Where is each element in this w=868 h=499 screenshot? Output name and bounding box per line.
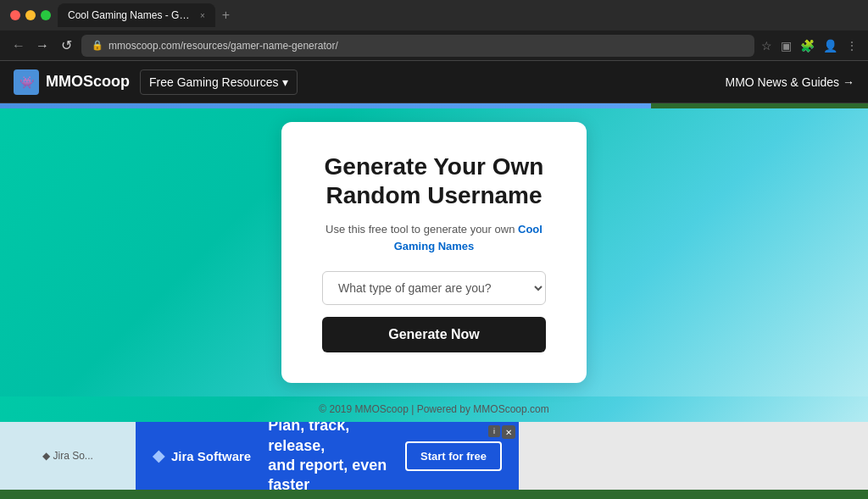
ad-cta-button[interactable]: Start for free: [405, 441, 502, 471]
ad-main-section: ◆ Jira Software Plan, track, release, an…: [136, 422, 519, 490]
nav-buttons: ← → ↺: [10, 37, 75, 53]
url-bar[interactable]: 🔒 mmoscoop.com/resources/gamer-name-gene…: [81, 35, 754, 57]
close-tab-button[interactable]: ×: [200, 11, 205, 20]
forward-button[interactable]: →: [34, 38, 51, 53]
chevron-down-icon: ▾: [282, 75, 288, 89]
ad-text-line1: Plan, track, release,: [268, 422, 349, 454]
logo-emoji: 👾: [19, 75, 34, 89]
minimize-window-button[interactable]: [25, 10, 36, 20]
url-text: mmoscoop.com/resources/gamer-name-genera…: [108, 40, 744, 52]
extensions-icon[interactable]: 🧩: [800, 39, 815, 53]
card-subtitle: Use this free tool to generate your own …: [322, 221, 546, 254]
generate-now-button[interactable]: Generate Now: [322, 317, 546, 352]
close-window-button[interactable]: [10, 10, 20, 20]
new-tab-button[interactable]: +: [219, 8, 233, 23]
lock-icon: 🔒: [92, 40, 103, 51]
site-navbar: 👾 MMOScoop Free Gaming Resources ▾ MMO N…: [0, 61, 868, 103]
ad-text: Plan, track, release, and report, even f…: [268, 422, 388, 490]
card-title-line2: Random Username: [326, 182, 542, 208]
nav-right-label: MMO News & Guides →: [726, 75, 854, 89]
jira-software-logo: ◆ Jira Software: [153, 446, 251, 465]
bookmark-icon[interactable]: ☆: [761, 39, 772, 53]
tab-title: Cool Gaming Names - Genera...: [68, 9, 195, 21]
tab-bar: Cool Gaming Names - Genera... × +: [58, 3, 858, 27]
refresh-button[interactable]: ↺: [58, 37, 75, 53]
traffic-lights: [10, 10, 51, 20]
generator-card: Generate Your Own Random Username Use th…: [281, 122, 587, 383]
menu-icon[interactable]: ⋮: [846, 39, 858, 53]
free-gaming-resources-dropdown[interactable]: Free Gaming Resources ▾: [140, 69, 298, 95]
ad-left-text: ◆ Jira So...: [42, 450, 93, 462]
ad-text-line2: and report, even faster: [268, 457, 387, 490]
browser-chrome: Cool Gaming Names - Genera... × + ← → ↺ …: [0, 0, 868, 61]
extension-icon[interactable]: ▣: [781, 39, 792, 53]
main-content: Generate Your Own Random Username Use th…: [0, 108, 868, 396]
content-footer: © 2019 MMOScoop | Powered by MMOScoop.co…: [0, 396, 868, 422]
ad-info-badge[interactable]: i: [488, 425, 500, 437]
profile-icon[interactable]: 👤: [823, 39, 837, 53]
address-bar: ← → ↺ 🔒 mmoscoop.com/resources/gamer-nam…: [0, 30, 868, 61]
browser-actions: ☆ ▣ 🧩 👤 ⋮: [761, 39, 858, 53]
nav-left: 👾 MMOScoop Free Gaming Resources ▾: [14, 69, 298, 95]
jira-logo-icon: ◆: [153, 446, 164, 465]
site-logo[interactable]: 👾 MMOScoop: [14, 69, 130, 95]
logo-icon: 👾: [14, 69, 39, 95]
ad-close-button[interactable]: ✕: [502, 425, 515, 439]
nav-dropdown-label: Free Gaming Resources: [149, 75, 279, 89]
ad-banner: ◆ Jira So... ◆ Jira Software Plan, track…: [0, 422, 868, 490]
footer-text: © 2019 MMOScoop | Powered by MMOScoop.co…: [319, 403, 548, 415]
card-title: Generate Your Own Random Username: [322, 152, 546, 209]
title-bar: Cool Gaming Names - Genera... × +: [0, 0, 868, 30]
logo-text: MMOScoop: [46, 73, 130, 91]
card-title-line1: Generate Your Own: [325, 153, 544, 180]
gamer-type-select[interactable]: What type of gamer are you?RPG GamerFPS …: [322, 271, 546, 305]
ad-right-section: [519, 422, 868, 490]
mmo-news-guides-link[interactable]: MMO News & Guides →: [726, 75, 854, 89]
back-button[interactable]: ←: [10, 38, 27, 53]
active-tab[interactable]: Cool Gaming Names - Genera... ×: [58, 3, 215, 27]
jira-logo-text: Jira Software: [171, 449, 251, 463]
ad-left-section: ◆ Jira So...: [0, 422, 136, 490]
fullscreen-window-button[interactable]: [41, 10, 51, 20]
subtitle-prefix: Use this free tool to generate your own: [326, 223, 518, 236]
